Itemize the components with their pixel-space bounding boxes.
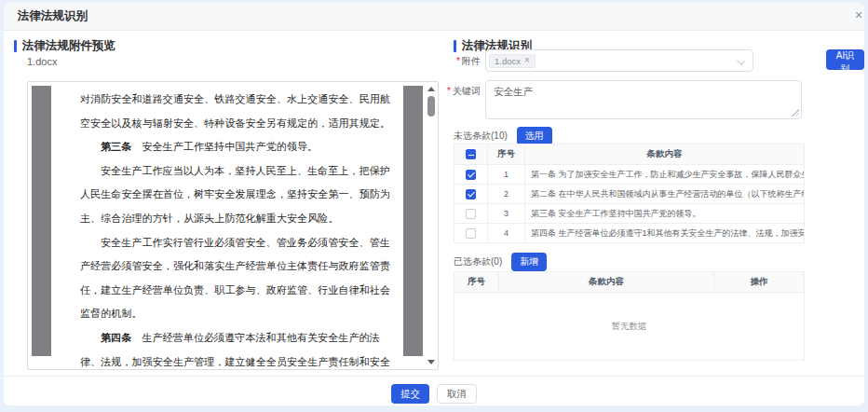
doc-line: 第三条 安全生产工作坚持中国共产党的领导。 (80, 135, 393, 159)
doc-line: 任，建立生产经营单位负责、职工参与、政府监管、行业自律和社会 (80, 279, 393, 303)
doc-line: 对消防安全和道路交通安全、铁路交通安全、水上交通安全、民用航 (80, 88, 393, 112)
row-content: 第一条 为了加强安全生产工作，防止和减少生产安全事故，保障人民群众生命和财产安全… (525, 165, 804, 184)
attachment-label: *附件 (425, 55, 481, 68)
section-accent-bar (14, 40, 17, 52)
table-header-row: 序号 条款内容 操作 (454, 272, 804, 293)
doc-line: 空安全以及核与辐射安全、特种设备安全另有规定的，适用其规定。 (80, 112, 393, 136)
table-row: 3 第三条 安全生产工作坚持中国共产党的领导。 (454, 204, 804, 224)
attachment-select[interactable]: 1.docx × (485, 49, 753, 72)
table-row: 2 第二条 在中华人民共和国领域内从事生产经营活动的单位（以下统称生产经营单位）… (454, 185, 804, 204)
header-no: 序号 (488, 144, 525, 164)
selected-clauses-table: 序号 条款内容 操作 暂无数据 (454, 271, 805, 361)
attachment-preview-section-header: 法律法规附件预览 (14, 38, 115, 54)
row-content: 第二条 在中华人民共和国领域内从事生产经营活动的单位（以下统称生产经营单位）的安… (525, 185, 804, 203)
row-checkbox[interactable] (466, 228, 476, 239)
attachment-tag[interactable]: 1.docx × (489, 54, 536, 68)
table-row: 4 第四条 生产经营单位必须遵守1和其他有关安全生产的法律、法规，加强安全生产管… (454, 224, 804, 243)
attachment-preview-title: 法律法规附件预览 (22, 38, 115, 54)
row-checkbox[interactable] (466, 209, 476, 219)
legal-regulation-dialog: 法律法规识别 × 法律法规附件预览 1.docx 对消防安全和道路交通安全、铁路… (3, 2, 865, 406)
row-checkbox[interactable] (466, 189, 476, 199)
preview-scrollbar[interactable] (425, 84, 437, 367)
ai-recognize-button[interactable]: AI识别 (826, 49, 864, 70)
required-asterisk: * (456, 56, 460, 66)
unselected-clauses-label: 未选条款(10) (454, 130, 508, 143)
keyword-textarea[interactable]: 安全生产 (486, 81, 801, 118)
add-button[interactable]: 新增 (511, 253, 547, 271)
doc-line: 人民生命安全摆在首位，树牢安全发展理念，坚持安全第一、预防为 (80, 183, 393, 207)
row-no: 3 (488, 204, 525, 223)
doc-line: 安全生产工作应当以人为本，坚持人民至上、生命至上，把保护 (80, 159, 393, 184)
row-checkbox[interactable] (466, 170, 476, 180)
submit-button[interactable]: 提交 (391, 384, 429, 404)
header-content: 条款内容 (525, 144, 804, 164)
header-no: 序号 (454, 272, 499, 292)
doc-line: 主、综合治理的方针，从源头上防范化解重大安全风险。 (80, 207, 393, 231)
row-no: 2 (488, 185, 525, 203)
keyword-label: *关键词 (414, 85, 481, 98)
row-no: 1 (488, 165, 525, 184)
page-edge-right (403, 86, 423, 356)
select-all-checkbox[interactable] (466, 149, 476, 159)
empty-table-body: 暂无数据 (454, 293, 804, 361)
apply-button[interactable]: 选用 (517, 127, 552, 145)
table-header-row: 序号 条款内容 (454, 144, 804, 165)
doc-line: 第四条 生产经营单位必须遵守本法和其他有关安全生产的法 (80, 326, 393, 350)
doc-line: 产经营必须管安全，强化和落实生产经营单位主体责任与政府监管责 (80, 254, 393, 279)
scrollbar-thumb[interactable] (427, 96, 435, 117)
doc-line: 安全生产工作实行管行业必须管安全、管业务必须管安全、管生 (80, 231, 393, 255)
doc-line: 监督的机制。 (80, 302, 393, 326)
table-row: 1 第一条 为了加强安全生产工作，防止和减少生产安全事故，保障人民群众生命和财产… (454, 165, 804, 185)
empty-text: 暂无数据 (612, 321, 647, 333)
header-action: 操作 (714, 272, 804, 292)
keyword-field-wrap: 安全生产 (485, 80, 802, 119)
tag-close-icon[interactable]: × (524, 56, 530, 65)
row-content: 第四条 生产经营单位必须遵守1和其他有关安全生产的法律、法规，加强安全生产管理，… (525, 224, 804, 242)
dialog-header: 法律法规识别 × (4, 3, 864, 31)
header-checkbox-cell (454, 144, 488, 164)
page-background: 法律法规识别 × 法律法规附件预览 1.docx 对消防安全和道路交通安全、铁路… (0, 0, 868, 412)
chevron-down-icon (737, 57, 745, 65)
resize-grip-icon[interactable] (792, 109, 799, 117)
footer-divider (4, 376, 864, 377)
file-name: 1.docx (27, 56, 57, 67)
section-accent-bar (454, 40, 456, 52)
unselected-clauses-bar: 未选条款(10) 选用 (454, 127, 552, 145)
required-asterisk: * (447, 86, 451, 96)
dialog-title: 法律法规识别 (18, 8, 88, 24)
document-text: 对消防安全和道路交通安全、铁路交通安全、水上交通安全、民用航 空安全以及核与辐射… (80, 88, 393, 374)
cancel-button[interactable]: 取消 (437, 384, 477, 404)
unselected-clauses-table: 序号 条款内容 1 第一条 为了加强安全生产工作，防止和减少生产安全事故，保障人… (454, 144, 805, 243)
scroll-down-icon[interactable] (427, 360, 435, 364)
header-content: 条款内容 (499, 272, 714, 292)
selected-clauses-bar: 已选条款(0) 新增 (454, 253, 547, 271)
row-content: 第三条 安全生产工作坚持中国共产党的领导。 (525, 204, 804, 223)
footer-actions: 提交 取消 (4, 384, 864, 404)
doc-line: 律、法规，加强安全生产管理，建立健全全员安全生产责任制和安全 (80, 350, 393, 375)
document-preview: 对消防安全和道路交通安全、铁路交通安全、水上交通安全、民用航 空安全以及核与辐射… (27, 81, 439, 370)
row-no: 4 (488, 224, 525, 242)
attachment-tag-label: 1.docx (495, 56, 521, 66)
close-icon[interactable]: × (855, 7, 865, 22)
selected-clauses-label: 已选条款(0) (454, 255, 502, 268)
page-edge-left (32, 86, 51, 356)
